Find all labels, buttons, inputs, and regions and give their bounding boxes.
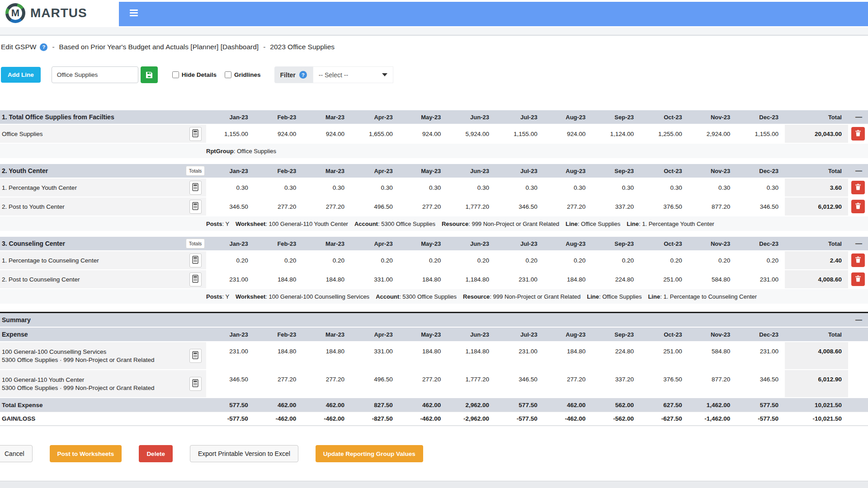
delete-row-button[interactable]	[851, 127, 865, 141]
cell-value: 5,924.00	[447, 125, 495, 143]
collapse-minus-icon[interactable]: —	[855, 167, 862, 174]
detail-pair-value: 100 General-110 Youth Center	[269, 221, 348, 227]
gain-loss-row-value: -577.50	[736, 415, 785, 422]
delete-row-button[interactable]	[851, 272, 865, 286]
delete-button[interactable]: Delete	[139, 445, 173, 462]
month-header: Feb-23	[255, 331, 303, 338]
post-to-worksheets-button[interactable]: Post to Worksheets	[50, 445, 122, 462]
month-header: Aug-23	[544, 114, 592, 121]
calculator-button[interactable]	[189, 272, 202, 286]
total-expense-row-value: 2,962.00	[447, 402, 495, 408]
month-header: Jul-23	[495, 168, 544, 174]
detail-pair-label: Account	[354, 221, 378, 227]
totals-button[interactable]: Totals	[186, 166, 205, 176]
delete-row-button[interactable]	[851, 253, 865, 267]
calculator-button[interactable]	[189, 349, 202, 363]
month-header: Aug-23	[544, 240, 592, 247]
detail-pair-value: 1. Percentage Youth Center	[642, 221, 714, 227]
month-header: Mar-23	[302, 168, 351, 174]
expense-group-label: Expense	[0, 331, 184, 338]
filter-help-icon[interactable]: ?	[299, 71, 307, 79]
gain-loss-row-value: -462.00	[399, 415, 448, 422]
cell-value: 584.80	[689, 342, 737, 369]
filter-label-chip: Filter ?	[274, 66, 313, 83]
month-header: Mar-23	[302, 240, 351, 247]
row-total: 6,012.90	[785, 197, 848, 216]
cell-value: 0.20	[447, 251, 495, 269]
calculator-button[interactable]	[189, 127, 202, 141]
section-title: 1. Total Office Supplies from Facilties	[0, 113, 184, 121]
cell-value: 277.20	[544, 197, 592, 216]
month-header: Feb-23	[255, 240, 303, 247]
page-title-bar: Edit GSPW ? - Based on Prior Year's Budg…	[1, 43, 868, 51]
save-button[interactable]	[141, 66, 158, 83]
totals-button[interactable]: Totals	[186, 239, 205, 249]
calculator-icon	[192, 183, 198, 192]
calculator-button[interactable]	[189, 181, 202, 195]
page-context: 2023 Office Supplies	[270, 43, 335, 51]
collapse-minus-icon[interactable]: —	[855, 239, 862, 247]
summary-row-label-cell: 100 General-100 Counselling Services5300…	[0, 342, 184, 369]
total-expense-row-value: 577.50	[206, 402, 255, 408]
cell-value: 924.00	[255, 125, 303, 143]
summary-row-sublabel: 5300 Office Supplies · 999 Non-Project o…	[2, 385, 184, 391]
detail-pair: Line: 1. Percentage to Counseling Center	[648, 293, 757, 300]
line-name-input[interactable]	[52, 66, 138, 83]
update-reporting-group-values-button[interactable]: Update Reporting Group Values	[316, 445, 423, 462]
section-header: 1. Total Office Supplies from FaciltiesJ…	[0, 110, 868, 124]
cell-value: 0.30	[689, 178, 737, 197]
delete-row-button[interactable]	[851, 200, 865, 213]
brand-name: MARTUS	[30, 6, 87, 20]
detail-pair: RptGroup: Office Supplies	[206, 148, 276, 155]
collapse-cell: —	[848, 167, 868, 175]
month-header: Jun-23	[447, 240, 495, 247]
collapse-minus-icon[interactable]: —	[855, 113, 862, 121]
row-detail: Posts: YWorksheet: 100 General-100 Couns…	[0, 288, 868, 304]
gain-loss-row: GAIN/LOSS-577.50-462.00-462.00-827.50-46…	[0, 412, 868, 426]
month-header: Sep-23	[592, 114, 640, 121]
month-header: Nov-23	[689, 240, 737, 247]
detail-pair-label: Line	[587, 293, 599, 300]
cell-value: 184.80	[302, 270, 351, 288]
hamburger-icon[interactable]	[130, 9, 138, 16]
cell-value: 224.80	[592, 270, 640, 288]
collapse-minus-icon[interactable]: —	[855, 316, 862, 324]
title-help-icon[interactable]: ?	[40, 43, 47, 51]
cancel-button[interactable]: Cancel	[0, 445, 33, 462]
collapse-cell: —	[848, 316, 868, 324]
delete-cell	[848, 270, 868, 288]
month-header: Jan-23	[206, 114, 255, 121]
cell-value: 277.20	[399, 197, 448, 216]
budget-row: 1. Percentage to Counseling Center0.200.…	[0, 250, 868, 269]
gridlines-checkbox[interactable]	[225, 71, 231, 78]
cell-value: 496.50	[351, 370, 399, 397]
cell-value: 184.80	[302, 342, 351, 369]
page-description: Based on Prior Year's Budget and Actuals…	[59, 43, 259, 51]
cell-value: 0.20	[351, 251, 399, 269]
detail-pair: Line: Office Supplies	[587, 293, 642, 300]
gain-loss-row-value: -562.00	[592, 415, 640, 422]
dropdown-caret-icon	[382, 73, 387, 76]
hide-details-checkbox[interactable]	[172, 71, 179, 78]
gain-loss-row-value: -577.50	[495, 415, 544, 422]
calculator-button[interactable]	[189, 377, 202, 391]
total-expense-row-value: 562.00	[592, 402, 640, 408]
summary-row-label-cell: 100 General-110 Youth Center5300 Office …	[0, 370, 184, 397]
export-printable-version-to-excel-button[interactable]: Export Printable Version to Excel	[190, 445, 298, 462]
delete-cell	[848, 251, 868, 269]
calculator-cell	[184, 197, 206, 216]
detail-pair-value: 999 Non-Project or Grant Related	[493, 293, 581, 300]
month-header: Oct-23	[640, 114, 689, 121]
top-header: M MARTUS	[0, 0, 868, 27]
delete-cell	[848, 125, 868, 143]
calculator-button[interactable]	[189, 200, 202, 214]
filter-select[interactable]: -- Select --	[313, 66, 393, 83]
gain-loss-row-label: GAIN/LOSS	[0, 415, 184, 422]
row-total: 4,008.60	[785, 270, 848, 288]
add-line-button[interactable]: Add Line	[1, 67, 41, 83]
calculator-button[interactable]	[189, 253, 202, 267]
delete-row-button[interactable]	[851, 181, 865, 194]
month-header: Jul-23	[495, 114, 544, 121]
cell-value: 0.30	[255, 178, 303, 197]
cell-value: 251.00	[640, 270, 689, 288]
